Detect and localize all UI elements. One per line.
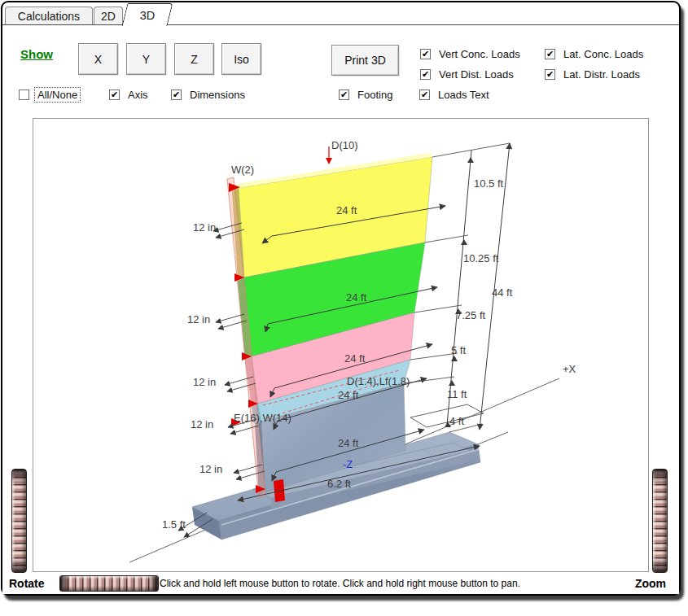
checkbox-vert-conc-loads[interactable]: ✔Vert Conc. Loads <box>420 48 523 60</box>
tab-separator-line <box>2 24 679 25</box>
rotate-label: Rotate <box>9 577 45 590</box>
checkbox-vert-dist-loads[interactable]: ✔Vert Dist. Loads <box>420 68 516 81</box>
app-window: Calculations2D3D Show XYZIso Print 3D ✔V… <box>1 1 681 596</box>
zoom-label: Zoom <box>635 577 666 590</box>
checkbox-all-none[interactable]: All/None <box>19 89 80 101</box>
checkbox-label: Axis <box>125 88 151 102</box>
zoom-thumbwheel-right[interactable] <box>652 469 668 573</box>
tab-bar: Calculations2D3D <box>2 2 679 26</box>
rotate-thumbwheel-left[interactable] <box>11 469 27 573</box>
tab-calculations[interactable]: Calculations <box>5 7 93 24</box>
checkbox-box: ✔ <box>171 90 182 100</box>
checkbox-box: ✔ <box>420 49 431 59</box>
checkbox-label: Lat. Conc. Loads <box>561 47 646 61</box>
checkbox-box: ✔ <box>109 90 120 100</box>
view-z-button[interactable]: Z <box>174 43 214 75</box>
checkbox-label: Vert Conc. Loads <box>436 47 523 61</box>
mouse-hint-text: Click and hold left mouse button to rota… <box>160 578 520 589</box>
tab-2d[interactable]: 2D <box>94 7 123 24</box>
3d-view-canvas[interactable]: D(10)W(2)24 ft10.5 ft12 in10.25 ft44 ft2… <box>33 118 649 572</box>
tab-label: 2D <box>101 10 116 23</box>
status-bar: Rotate Click and hold left mouse button … <box>2 573 679 594</box>
view-iso-button[interactable]: Iso <box>221 43 261 75</box>
tab-label: Calculations <box>18 10 80 23</box>
print-3d-button[interactable]: Print 3D <box>331 45 399 76</box>
checkbox-box: ✔ <box>339 90 349 100</box>
screen: Calculations2D3D Show XYZIso Print 3D ✔V… <box>0 0 688 616</box>
checkbox-box: ✔ <box>545 49 555 59</box>
checkbox-lat-conc-loads[interactable]: ✔Lat. Conc. Loads <box>545 48 646 60</box>
checkbox-box: ✔ <box>545 69 555 80</box>
tab-label: 3D <box>140 9 156 22</box>
checkbox-footing[interactable]: ✔Footing <box>339 89 395 101</box>
checkbox-box: ✔ <box>419 90 430 100</box>
checkbox-label: Loads Text <box>436 88 492 102</box>
checkbox-label: Dimensions <box>187 88 248 102</box>
checkbox-box <box>19 90 29 100</box>
checkbox-dimensions[interactable]: ✔Dimensions <box>171 89 248 101</box>
view-y-button[interactable]: Y <box>126 43 166 75</box>
checkbox-label: All/None <box>35 88 80 102</box>
3d-wall-drawing <box>33 119 648 571</box>
tab-3d[interactable]: 3D <box>122 3 173 26</box>
show-link[interactable]: Show <box>20 47 53 61</box>
checkbox-label: Footing <box>355 88 395 102</box>
rotate-thumbwheel-bottom[interactable] <box>59 575 159 592</box>
checkbox-label: Lat. Distr. Loads <box>561 68 642 81</box>
checkbox-loads-text[interactable]: ✔Loads Text <box>419 89 492 101</box>
view-x-button[interactable]: X <box>78 43 118 75</box>
checkbox-box: ✔ <box>420 69 431 80</box>
checkbox-axis[interactable]: ✔Axis <box>109 89 151 101</box>
checkbox-label: Vert Dist. Loads <box>436 68 516 81</box>
checkbox-lat-distr-loads[interactable]: ✔Lat. Distr. Loads <box>545 68 642 81</box>
